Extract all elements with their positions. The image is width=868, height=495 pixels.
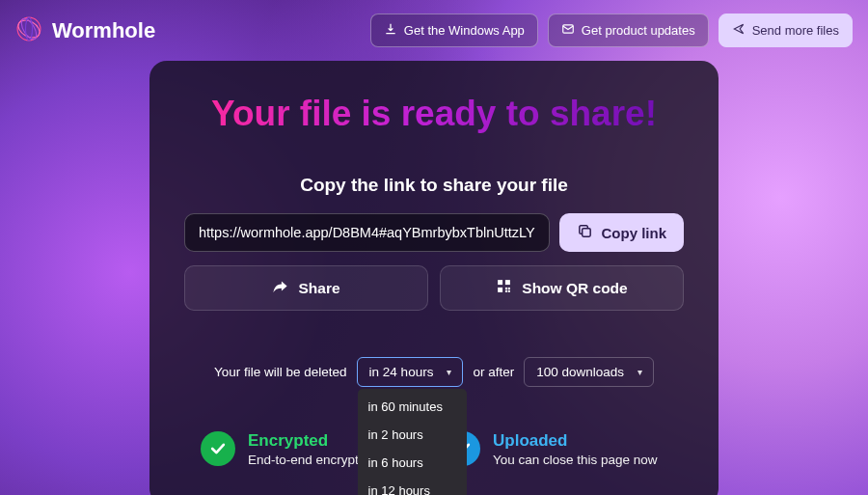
encrypted-subtext: End-to-end encrypted (248, 453, 373, 467)
show-qr-button[interactable]: Show QR code (440, 265, 684, 311)
share-icon (272, 278, 288, 298)
download-icon (384, 22, 397, 39)
show-qr-label: Show QR code (522, 280, 627, 297)
svg-rect-7 (505, 280, 510, 285)
main-card: Your file is ready to share! Copy the li… (149, 61, 719, 495)
qr-icon (496, 278, 512, 298)
action-row: Share Show QR code (184, 265, 684, 311)
time-option[interactable]: in 12 hours (358, 477, 467, 495)
time-option[interactable]: in 2 hours (358, 421, 467, 449)
send-more-files-label: Send more files (752, 23, 839, 38)
send-more-files-button[interactable]: Send more files (719, 14, 853, 47)
get-windows-app-label: Get the Windows App (404, 23, 525, 38)
uploaded-status: Uploaded You can close this page now (446, 431, 667, 467)
mail-icon (561, 22, 575, 39)
hero-title: Your file is ready to share! (184, 94, 684, 134)
or-after-text: or after (473, 365, 514, 379)
chevron-down-icon: ▾ (637, 367, 642, 377)
time-dropdown: in 60 minutes in 2 hours in 6 hours in 1… (358, 389, 467, 495)
top-actions: Get the Windows App Get product updates … (370, 14, 853, 47)
time-select-value: in 24 hours (369, 365, 434, 379)
svg-rect-8 (498, 288, 502, 292)
copy-icon (577, 223, 593, 242)
link-row: Copy link (184, 213, 684, 252)
get-updates-button[interactable]: Get product updates (548, 14, 709, 47)
downloads-select-value: 100 downloads (536, 365, 624, 379)
chevron-down-icon: ▾ (447, 367, 451, 377)
brand-name: Wormhole (52, 18, 155, 43)
time-option[interactable]: in 6 hours (358, 449, 467, 477)
svg-rect-5 (583, 229, 591, 237)
downloads-select[interactable]: 100 downloads ▾ (524, 357, 654, 387)
uploaded-title: Uploaded (493, 431, 658, 451)
svg-rect-9 (505, 288, 507, 289)
time-select[interactable]: in 24 hours ▾ in 60 minutes in 2 hours i… (357, 357, 464, 387)
top-bar: Wormhole Get the Windows App Get product… (0, 0, 868, 61)
time-option[interactable]: in 60 minutes (358, 393, 467, 421)
get-updates-label: Get product updates (582, 23, 695, 38)
brand[interactable]: Wormhole (15, 15, 155, 46)
uploaded-subtext: You can close this page now (493, 453, 658, 467)
get-windows-app-button[interactable]: Get the Windows App (370, 14, 538, 47)
expiry-row: Your file will be deleted in 24 hours ▾ … (184, 357, 684, 387)
svg-rect-11 (505, 290, 507, 292)
copy-link-button[interactable]: Copy link (559, 213, 684, 252)
copy-link-label: Copy link (601, 225, 666, 241)
share-label: Share (298, 280, 339, 297)
copy-subtitle: Copy the link to share your file (184, 175, 684, 196)
check-icon (201, 431, 235, 466)
share-link-input[interactable] (184, 213, 550, 252)
svg-rect-6 (498, 280, 502, 285)
svg-rect-10 (508, 290, 510, 292)
svg-rect-12 (508, 288, 510, 289)
brand-swirl-icon (15, 15, 42, 46)
encrypted-title: Encrypted (248, 431, 373, 451)
share-button[interactable]: Share (184, 265, 428, 311)
expiry-prefix: Your file will be deleted (214, 365, 347, 379)
send-icon (732, 22, 746, 39)
